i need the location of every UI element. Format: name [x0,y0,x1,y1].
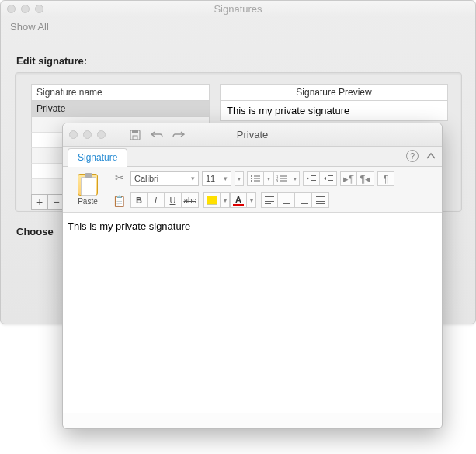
svg-text:3: 3 [276,179,279,182]
svg-rect-15 [311,175,316,176]
close-icon[interactable] [7,5,16,13]
svg-rect-19 [328,178,333,178]
zoom-icon[interactable] [97,130,106,139]
svg-rect-18 [328,175,333,176]
paste-label: Paste [78,197,98,206]
svg-point-5 [251,178,252,179]
editor-textarea[interactable]: This is my private signature [63,213,442,413]
traffic-lights [7,5,43,13]
editor-title: Private [63,129,442,140]
clipboard-icon[interactable] [78,174,98,196]
cut-icon[interactable]: ✂ [115,172,124,184]
paste-group: Paste [68,174,108,206]
signature-editor-window: Private Signature ? Paste ✂ 📋 Calibri▾ 1 [62,123,443,429]
svg-rect-20 [328,180,333,181]
redo-icon[interactable] [172,129,185,141]
collapse-ribbon-icon[interactable] [426,152,436,160]
font-color-button[interactable]: A [230,192,247,208]
outdent-button[interactable] [303,171,320,186]
svg-rect-8 [254,181,260,182]
back-titlebar: Signatures [1,1,475,18]
svg-point-3 [251,175,252,177]
close-icon[interactable] [69,130,78,139]
signature-name-header: Signature name [31,84,210,101]
preview-body: This is my private signature [220,101,448,121]
editor-traffic-lights [69,130,106,139]
ltr-button[interactable]: ▸¶ [340,171,357,186]
rtl-button[interactable]: ¶◂ [357,171,374,186]
bold-button[interactable]: B [130,192,148,208]
quick-toolbar [129,129,185,141]
font-color-dropdown[interactable]: ▾ [247,192,256,208]
highlight-button[interactable] [203,192,221,208]
zoom-icon[interactable] [35,5,43,13]
highlight-dropdown[interactable]: ▾ [221,192,230,208]
edit-signature-label: Edit signature: [16,55,87,67]
svg-rect-16 [311,178,316,178]
signature-row-private[interactable]: Private [31,101,210,117]
tab-strip: Signature ? [63,147,442,167]
bullet-list-dropdown[interactable]: ▾ [264,171,273,186]
signature-preview: Signature Preview This is my private sig… [220,84,448,121]
editor-titlebar: Private [63,123,442,147]
align-center-button[interactable] [278,192,295,208]
italic-button[interactable]: I [148,192,165,208]
svg-rect-1 [132,130,138,133]
svg-rect-17 [311,180,316,181]
svg-rect-4 [254,176,260,177]
undo-icon[interactable] [151,129,163,141]
minimize-icon[interactable] [83,130,92,139]
svg-rect-6 [254,178,260,179]
align-left-button[interactable] [261,192,278,208]
help-icon[interactable]: ? [406,150,419,162]
align-right-button[interactable] [295,192,312,208]
svg-rect-2 [133,136,137,140]
svg-rect-10 [280,176,287,177]
indent-button[interactable] [320,171,337,186]
ribbon: Paste ✂ 📋 Calibri▾ 11▾ ▾ ▾ [63,167,442,213]
svg-rect-12 [280,178,287,179]
number-list-button[interactable]: 123 [273,171,290,186]
copy-icon[interactable]: 📋 [113,195,126,207]
preview-header: Signature Preview [220,84,448,101]
strike-button[interactable]: abc [182,192,199,208]
show-pilcrow-button[interactable]: ¶ [377,171,394,186]
svg-point-7 [251,180,252,182]
tab-signature[interactable]: Signature [68,148,127,167]
svg-rect-14 [280,181,287,182]
underline-button[interactable]: U [165,192,182,208]
window-title: Signatures [214,3,262,15]
font-size-stepper[interactable]: ▾ [235,171,244,186]
add-signature-button[interactable]: + [31,194,48,210]
show-all-button[interactable]: Show All [7,19,52,34]
bullet-list-button[interactable] [247,171,264,186]
minimize-icon[interactable] [21,5,30,13]
save-icon[interactable] [129,129,141,141]
font-select[interactable]: Calibri▾ [130,171,199,186]
font-size-select[interactable]: 11▾ [202,171,231,186]
align-justify-button[interactable] [312,192,329,208]
number-list-dropdown[interactable]: ▾ [290,171,300,186]
choose-label: Choose [16,226,54,237]
